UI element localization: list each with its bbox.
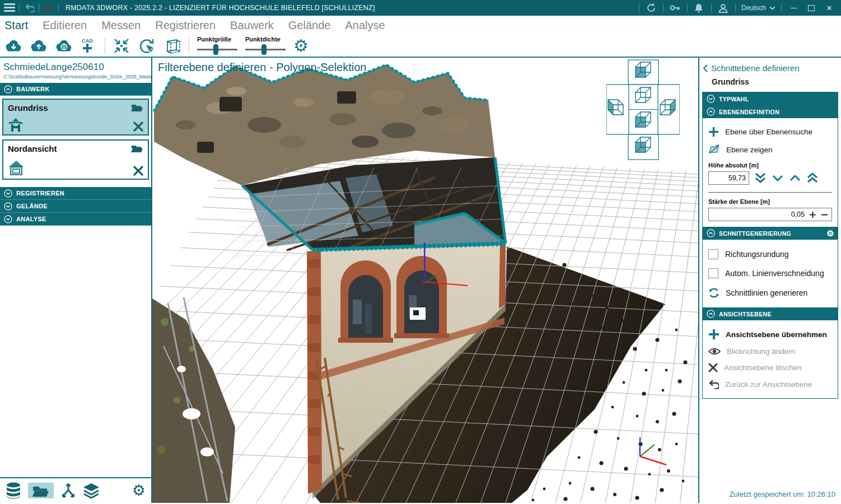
menu-start[interactable]: Start	[4, 19, 28, 32]
section-ansichtsebene[interactable]: ANSICHTSEBENE	[703, 307, 838, 320]
menu-analyse[interactable]: Analyse	[345, 19, 385, 32]
layers-tab[interactable]	[83, 483, 100, 498]
richtungsrundung-checkbox[interactable]	[708, 249, 718, 259]
point-size-label: Punktgröße	[197, 36, 237, 43]
linienverschneidung-row: Autom. Linienverschneidung	[708, 268, 832, 278]
slider-thumb[interactable]	[261, 44, 267, 55]
hamburger-menu-icon[interactable]	[3, 2, 16, 14]
notifications-button[interactable]	[693, 2, 705, 14]
ebene-suche-button[interactable]: Ebene über Ebenensuche	[708, 127, 832, 137]
menu-messen[interactable]: Messen	[101, 19, 141, 32]
step-down-fast-button[interactable]	[754, 172, 767, 184]
action-label: Ebene zeigen	[726, 146, 773, 154]
sidebar-settings-button[interactable]: ⚙	[132, 483, 146, 498]
sync-button[interactable]	[645, 2, 657, 14]
chevron-down-icon	[772, 174, 784, 182]
import-pointcloud-button[interactable]	[4, 39, 22, 53]
settings-button[interactable]: ⚙	[293, 38, 309, 54]
menu-bauwerk[interactable]: Bauwerk	[230, 19, 274, 32]
section-registrieren[interactable]: REGISTRIEREN	[0, 187, 151, 200]
linienverschneidung-checkbox[interactable]	[708, 268, 718, 278]
card-nordansicht[interactable]: Nordansicht	[2, 139, 149, 180]
blickrichtung-button[interactable]: Blickrichtung ändern	[708, 347, 832, 356]
height-input[interactable]: 59,73	[708, 171, 749, 185]
section-label: GELÄNDE	[16, 203, 48, 209]
thickness-increase-button[interactable]	[809, 211, 816, 218]
card-grundriss[interactable]: Grundriss	[2, 99, 149, 136]
database-tab[interactable]	[6, 482, 21, 499]
minimize-button[interactable]	[787, 2, 800, 14]
step-up-fast-button[interactable]	[806, 172, 819, 184]
zoom-fit-button[interactable]	[113, 38, 130, 54]
project-explorer-tab[interactable]	[28, 483, 54, 498]
axis-tool-tab[interactable]	[60, 482, 76, 499]
section-bauwerk[interactable]: BAUWERK	[0, 83, 151, 96]
generate-sections-button[interactable]: Schnittlinien generieren	[708, 287, 832, 298]
undo-icon	[25, 4, 34, 12]
orbit-button[interactable]	[138, 38, 155, 54]
license-key-button[interactable]	[669, 2, 681, 14]
undo-button[interactable]	[23, 2, 35, 14]
height-label: Höhe absolut [m]	[708, 162, 833, 169]
open-folder-icon[interactable]	[131, 103, 143, 112]
action-label: Ebene über Ebenensuche	[725, 128, 812, 136]
project-sidebar: SchmiedeLange250610 C:\ScieboBauvermessu…	[0, 58, 152, 503]
ansichtsebene-content: Ansichtsebene übernehmen Blickrichtung ä…	[703, 320, 838, 398]
section-gelaende[interactable]: GELÄNDE	[0, 200, 151, 213]
web-pointcloud-button[interactable]	[55, 39, 72, 53]
ebene-zeigen-button[interactable]: Ebene zeigen	[708, 144, 832, 155]
schnitt-settings-button[interactable]: ⚙	[826, 229, 834, 237]
open-folder-icon[interactable]	[131, 144, 143, 153]
account-button[interactable]	[717, 2, 730, 14]
separator	[58, 3, 59, 12]
ansichtsebene-loeschen-button[interactable]: Ansichtsebene löschen	[708, 363, 832, 372]
panel-title: Schnittebene definieren	[711, 63, 800, 73]
point-size-slider[interactable]	[197, 44, 237, 55]
action-label: Ansichtsebene übernehmen	[726, 330, 827, 339]
window-title: RMDATA 3DWORX - 2025.2.2 - LIZENZIERT FÜ…	[66, 4, 375, 12]
last-saved-status: Zuletzt gespeichert um: 10:26:10	[730, 490, 835, 498]
clip-box-icon	[163, 38, 181, 54]
ansichtsebene-uebernehmen-button[interactable]: Ansichtsebene übernehmen	[708, 329, 832, 340]
separator	[663, 3, 664, 12]
point-density-slider[interactable]	[245, 44, 286, 55]
close-button[interactable]: ✕	[823, 2, 835, 14]
maximize-button[interactable]	[805, 2, 817, 14]
thickness-decrease-button[interactable]	[821, 211, 828, 218]
section-label: ANSICHTSEBENE	[719, 311, 772, 318]
section-schnittgenerierung[interactable]: SCHNITTGENERIERUNG ⚙	[703, 227, 838, 240]
menu-registrieren[interactable]: Registrieren	[155, 19, 216, 32]
section-label: SCHNITTGENERIERUNG	[719, 230, 791, 237]
zurueck-button[interactable]: Zurück zur Ansichtsebene	[708, 380, 832, 389]
export-pointcloud-button[interactable]	[30, 39, 47, 53]
layers-icon	[83, 483, 100, 498]
card-title: Nordansicht	[8, 144, 57, 153]
view-cube-widget[interactable]	[606, 59, 680, 161]
section-ebenendefinition[interactable]: EBENENDEFINITION	[703, 105, 838, 118]
section-label: REGISTRIEREN	[16, 190, 64, 197]
thickness-input[interactable]: 0,05	[708, 208, 832, 221]
section-analyse[interactable]: ANALYSE	[0, 213, 151, 226]
add-cad-button[interactable]: CAD	[80, 38, 97, 54]
action-label: Schnittlinien generieren	[726, 288, 807, 297]
step-down-button[interactable]	[772, 174, 784, 182]
section-typwahl[interactable]: TYPWAHL	[703, 92, 838, 105]
step-up-button[interactable]	[789, 174, 801, 182]
delete-icon[interactable]	[133, 166, 143, 176]
viewport-3d[interactable]: Filterebene definieren - Polygon-Selekti…	[152, 58, 698, 503]
eye-icon	[708, 347, 721, 356]
action-label: Blickrichtung ändern	[727, 347, 795, 356]
separator	[39, 3, 39, 12]
language-selector[interactable]: Deutsch	[741, 4, 775, 12]
separator	[687, 3, 688, 12]
redo-button[interactable]	[43, 2, 55, 14]
menu-editieren[interactable]: Editieren	[43, 19, 87, 32]
delete-icon[interactable]	[133, 122, 143, 132]
viewport-mode-title: Filterebene definieren - Polygon-Selekti…	[158, 61, 366, 74]
thickness-label: Stärke der Ebene [m]	[708, 198, 833, 205]
panel-subtitle: Grundriss	[712, 77, 841, 86]
clip-box-button[interactable]	[163, 38, 181, 54]
panel-header[interactable]: Schnittebene definieren	[699, 58, 841, 73]
slider-thumb[interactable]	[213, 44, 218, 55]
menu-gelaende[interactable]: Gelände	[288, 19, 331, 32]
